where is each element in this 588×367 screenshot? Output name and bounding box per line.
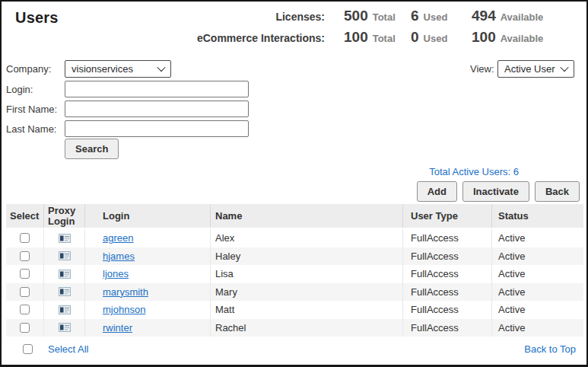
user-type-cell: FullAccess xyxy=(403,283,492,302)
table-row: ljones Lisa FullAccess Active xyxy=(6,265,583,283)
status-cell: Active xyxy=(492,301,583,319)
licenses-available-value: 494 xyxy=(472,8,496,24)
name-cell: Matt xyxy=(211,301,403,319)
status-cell: Active xyxy=(492,247,583,266)
header-select: Select xyxy=(6,204,44,228)
view-select[interactable]: Active Users xyxy=(497,60,574,78)
contact-card-icon[interactable] xyxy=(59,270,71,279)
licenses-used-value: 6 xyxy=(411,8,419,24)
user-type-cell: FullAccess xyxy=(403,247,492,266)
last-name-input[interactable] xyxy=(65,120,249,137)
table-body: agreen Alex FullAccess Active hjames Hal… xyxy=(6,229,583,337)
first-name-label: First Name: xyxy=(6,104,57,115)
contact-card-icon[interactable] xyxy=(59,323,71,332)
row-select-checkbox[interactable] xyxy=(20,233,30,243)
last-name-label: Last Name: xyxy=(6,123,56,135)
header-user-type: User Type xyxy=(403,204,492,228)
license-stats: Licenses: 500 Total 6 Used 494 Available… xyxy=(197,8,555,47)
select-all-checkbox[interactable] xyxy=(23,344,33,354)
search-button[interactable]: Search xyxy=(65,139,119,159)
table-row: agreen Alex FullAccess Active xyxy=(6,229,583,247)
first-name-input[interactable] xyxy=(65,101,249,117)
row-select-checkbox[interactable] xyxy=(20,323,30,333)
row-select-checkbox[interactable] xyxy=(20,287,30,297)
login-input[interactable] xyxy=(65,81,249,97)
licenses-available: 494 Available xyxy=(472,8,555,24)
ecommerce-total-value: 100 xyxy=(344,29,368,46)
header-status: Status xyxy=(492,204,583,228)
row-select-checkbox[interactable] xyxy=(20,305,30,314)
user-type-cell: FullAccess xyxy=(403,301,492,319)
user-type-cell: FullAccess xyxy=(403,319,492,337)
name-cell: Haley xyxy=(211,247,403,266)
company-select-wrap: visionservices xyxy=(65,60,171,78)
ecommerce-used-unit: Used xyxy=(424,33,448,44)
licenses-available-unit: Available xyxy=(501,11,544,23)
licenses-row: Licenses: 500 Total 6 Used 494 Available xyxy=(197,8,555,26)
company-label: Company: xyxy=(6,63,51,75)
table-row: rwinter Rachel FullAccess Active xyxy=(6,319,583,337)
status-cell: Active xyxy=(492,319,583,337)
view-select-wrap: Active Users xyxy=(497,60,574,78)
select-all-label[interactable]: Select All xyxy=(48,343,88,355)
user-type-cell: FullAccess xyxy=(403,265,492,283)
users-page: Users Licenses: 500 Total 6 Used 494 Ava… xyxy=(0,0,588,367)
table-row: hjames Haley FullAccess Active xyxy=(6,247,583,266)
back-button[interactable]: Back xyxy=(535,181,580,202)
header-name: Name xyxy=(211,204,403,228)
ecommerce-available-unit: Available xyxy=(501,33,544,44)
ecommerce-label: eCommerce Interactions: xyxy=(197,32,325,44)
login-link[interactable]: ljones xyxy=(103,268,129,279)
user-type-cell: FullAccess xyxy=(403,229,492,247)
login-link[interactable]: rwinter xyxy=(103,322,132,333)
status-cell: Active xyxy=(492,229,583,247)
login-link[interactable]: hjames xyxy=(103,251,135,262)
company-select[interactable]: visionservices xyxy=(65,60,171,78)
header-login: Login xyxy=(85,204,211,228)
contact-card-icon[interactable] xyxy=(59,251,71,260)
name-cell: Alex xyxy=(211,229,403,247)
page-title: Users xyxy=(15,9,59,27)
back-to-top-link[interactable]: Back to Top xyxy=(524,343,576,355)
name-cell: Rachel xyxy=(211,319,403,337)
login-link[interactable]: mjohnson xyxy=(103,304,145,315)
table-row: marysmith Mary FullAccess Active xyxy=(6,283,583,302)
header-proxy-login: Proxy Login xyxy=(44,204,85,228)
name-cell: Lisa xyxy=(211,265,403,283)
table-footer: Select All Back to Top xyxy=(6,340,582,358)
row-select-checkbox[interactable] xyxy=(20,251,30,261)
ecommerce-interactions-row: eCommerce Interactions: 100 Total 0 Used… xyxy=(197,29,555,47)
licenses-total: 500 Total xyxy=(344,8,411,24)
inactivate-button[interactable]: Inactivate xyxy=(462,181,529,202)
total-active-users: Total Active Users: 6 xyxy=(429,166,519,177)
ecommerce-used-value: 0 xyxy=(411,29,419,46)
licenses-total-value: 500 xyxy=(344,8,368,24)
login-link[interactable]: marysmith xyxy=(103,286,148,298)
add-button[interactable]: Add xyxy=(417,181,457,202)
login-link[interactable]: agreen xyxy=(103,232,133,244)
row-select-checkbox[interactable] xyxy=(20,269,30,279)
table-row: mjohnson Matt FullAccess Active xyxy=(6,301,583,319)
action-buttons: Add Inactivate Back xyxy=(417,181,580,202)
status-cell: Active xyxy=(492,283,583,302)
ecommerce-available-value: 100 xyxy=(472,29,496,46)
table-header: Select Proxy Login Login Name User Type … xyxy=(6,204,583,228)
status-cell: Active xyxy=(492,265,583,283)
licenses-used-unit: Used xyxy=(424,11,448,23)
contact-card-icon[interactable] xyxy=(59,305,71,314)
ecommerce-total: 100 Total xyxy=(344,29,411,46)
licenses-total-unit: Total xyxy=(373,11,396,23)
ecommerce-used: 0 Used xyxy=(411,29,472,46)
licenses-label: Licenses: xyxy=(275,11,325,23)
users-table: Select Proxy Login Login Name User Type … xyxy=(6,204,583,337)
ecommerce-available: 100 Available xyxy=(472,29,555,46)
view-label: View: xyxy=(470,63,494,75)
login-label: Login: xyxy=(6,84,33,95)
contact-card-icon[interactable] xyxy=(59,287,71,296)
name-cell: Mary xyxy=(211,283,403,302)
contact-card-icon[interactable] xyxy=(59,234,71,243)
ecommerce-total-unit: Total xyxy=(373,33,396,44)
licenses-used: 6 Used xyxy=(411,8,472,24)
